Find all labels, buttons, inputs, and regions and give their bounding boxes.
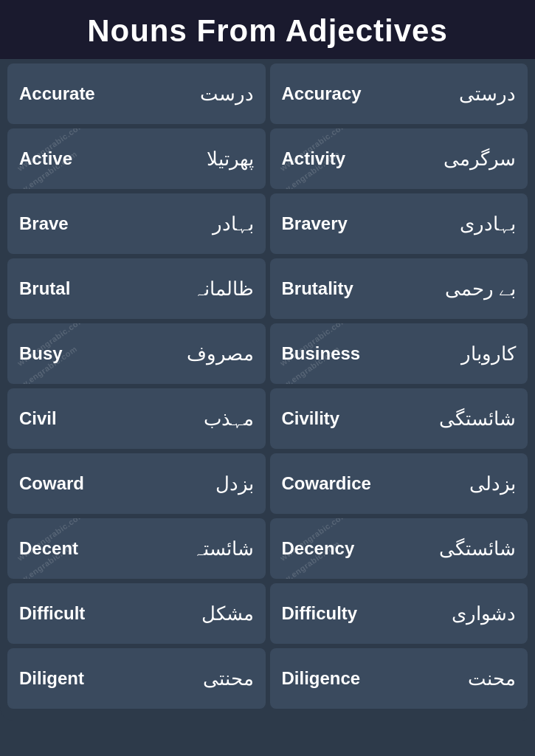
adjective-urdu: مشکل (137, 602, 254, 625)
adjective-english: Brave (19, 213, 137, 234)
title-area: Nouns From Adjectives (0, 0, 535, 59)
noun-cell: Civility شائستگی (270, 388, 528, 449)
noun-english: Activity (282, 148, 399, 169)
adjective-cell: Busy مصروف www.engrabic.comwww.engrabic.… (7, 323, 266, 384)
noun-english: Civility (282, 408, 399, 429)
adjective-cell: Diligent محنتی (7, 648, 266, 709)
noun-cell: Brutality بے رحمی (270, 258, 528, 319)
adjective-cell: Accurate درست (7, 63, 266, 124)
adjective-english: Difficult (19, 603, 137, 624)
table-container: Accurate درست Accuracy درستی Active پھرت… (0, 59, 535, 721)
adjective-english: Brutal (19, 278, 137, 299)
noun-cell: Difficulty دشواری (270, 583, 528, 644)
adjective-urdu: بہادر (137, 213, 254, 236)
noun-urdu: بہادری (398, 213, 516, 236)
adjective-english: Diligent (19, 668, 137, 689)
noun-english: Accuracy (282, 83, 399, 104)
noun-cell: Bravery بہادری (270, 193, 528, 254)
noun-cell: Activity سرگرمی www.engrabic.comwww.engr… (270, 128, 528, 189)
page-title: Nouns From Adjectives (15, 13, 520, 49)
noun-cell: Accuracy درستی (270, 63, 528, 124)
adjective-urdu: مصروف (137, 343, 254, 365)
adjective-cell: Civil مہذب (7, 388, 266, 449)
noun-english: Bravery (282, 213, 399, 234)
noun-urdu: سرگرمی (398, 148, 516, 171)
noun-english: Diligence (282, 668, 399, 689)
adjective-urdu: درست (137, 83, 254, 106)
noun-english: Cowardice (282, 473, 399, 494)
adjective-english: Coward (19, 473, 137, 494)
adjective-english: Active (19, 148, 137, 169)
noun-urdu: محنت (398, 667, 516, 690)
adjective-urdu: بزدل (137, 472, 254, 495)
adjective-cell: Active پھرتیلا www.engrabic.comwww.engra… (7, 128, 266, 189)
noun-urdu: کاروبار (398, 343, 516, 365)
adjective-urdu: ظالمانہ (137, 278, 254, 300)
adjective-cell: Brave بہادر (7, 193, 266, 254)
noun-urdu: بے رحمی (398, 278, 516, 300)
word-grid: Accurate درست Accuracy درستی Active پھرت… (7, 59, 528, 713)
noun-cell: Cowardice بزدلی (270, 453, 528, 514)
adjective-english: Decent (19, 538, 137, 559)
adjective-cell: Difficult مشکل (7, 583, 266, 644)
noun-urdu: بزدلی (398, 472, 516, 495)
noun-urdu: درستی (398, 83, 516, 106)
noun-urdu: شائستگی (398, 537, 516, 560)
page-container: Nouns From Adjectives Accurate درست Accu… (0, 0, 535, 756)
adjective-cell: Coward بزدل (7, 453, 266, 514)
noun-urdu: شائستگی (398, 408, 516, 430)
adjective-urdu: شائستہ (137, 537, 254, 560)
adjective-urdu: مہذب (137, 408, 254, 430)
noun-cell: Business کاروبار www.engrabic.comwww.eng… (270, 323, 528, 384)
noun-english: Brutality (282, 278, 399, 299)
adjective-urdu: پھرتیلا (137, 148, 254, 171)
noun-cell: Diligence محنت (270, 648, 528, 709)
noun-english: Business (282, 343, 399, 364)
adjective-english: Civil (19, 408, 137, 429)
noun-urdu: دشواری (398, 602, 516, 625)
adjective-cell: Decent شائستہ www.engrabic.comwww.engrab… (7, 518, 266, 579)
noun-english: Decency (282, 538, 399, 559)
adjective-cell: Brutal ظالمانہ (7, 258, 266, 319)
adjective-english: Busy (19, 343, 137, 364)
adjective-english: Accurate (19, 83, 137, 104)
noun-english: Difficulty (282, 603, 399, 624)
adjective-urdu: محنتی (137, 667, 254, 690)
noun-cell: Decency شائستگی www.engrabic.comwww.engr… (270, 518, 528, 579)
